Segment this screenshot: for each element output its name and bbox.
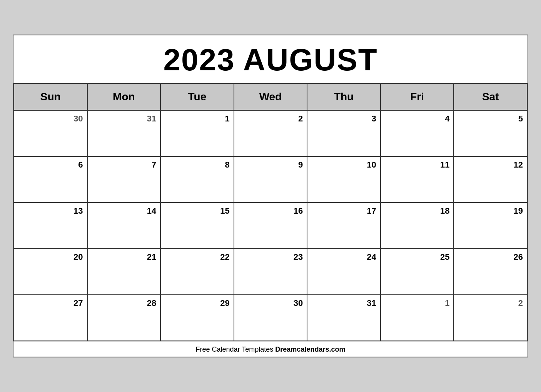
day-cell: 15 [161,203,234,249]
day-cell: 13 [14,203,88,249]
day-number: 19 [514,206,523,216]
day-number: 21 [147,252,156,262]
day-cell: 7 [88,157,161,203]
day-cell: 30 [234,295,308,341]
day-cell: 1 [161,111,234,157]
day-cell: 5 [454,111,528,157]
day-cell: 31 [307,295,381,341]
day-number: 1 [225,114,229,124]
day-cell: 20 [14,249,88,295]
day-number: 2 [298,114,303,124]
day-cell: 24 [307,249,381,295]
day-number: 3 [372,114,376,124]
day-cell: 8 [161,157,234,203]
day-cell: 25 [381,249,454,295]
day-number: 14 [147,206,156,216]
day-number: 24 [367,252,376,262]
day-cell: 23 [234,249,308,295]
day-cell: 11 [381,157,454,203]
day-header-tue: Tue [161,84,234,111]
day-cell: 2 [454,295,528,341]
day-number: 15 [220,206,229,216]
day-cell: 29 [161,295,234,341]
day-number: 2 [518,298,523,308]
day-cell: 2 [234,111,308,157]
day-number: 31 [147,114,156,124]
day-cell: 30 [14,111,88,157]
day-header-wed: Wed [234,84,308,111]
day-number: 1 [445,298,449,308]
day-number: 13 [73,206,83,216]
calendar-container: 2023 AUGUST SunMonTueWedThuFriSat3031123… [13,35,528,357]
day-cell: 10 [307,157,381,203]
day-header-fri: Fri [381,84,454,111]
day-number: 9 [298,160,303,170]
day-number: 22 [220,252,229,262]
day-cell: 27 [14,295,88,341]
day-number: 16 [294,206,303,216]
calendar-title: 2023 AUGUST [13,35,528,84]
day-number: 11 [440,160,449,170]
day-number: 23 [294,252,303,262]
day-header-thu: Thu [307,84,381,111]
day-number: 29 [220,298,229,308]
day-cell: 9 [234,157,308,203]
day-cell: 1 [381,295,454,341]
day-cell: 12 [454,157,528,203]
day-cell: 21 [88,249,161,295]
day-cell: 4 [381,111,454,157]
day-cell: 28 [88,295,161,341]
day-number: 17 [367,206,376,216]
calendar-grid: SunMonTueWedThuFriSat3031123456789101112… [13,84,528,341]
day-number: 5 [518,114,523,124]
day-number: 28 [147,298,156,308]
day-cell: 6 [14,157,88,203]
footer-prefix: Free Calendar Templates [196,345,276,353]
day-cell: 17 [307,203,381,249]
day-header-sun: Sun [14,84,88,111]
day-cell: 18 [381,203,454,249]
day-cell: 16 [234,203,308,249]
day-number: 4 [445,114,449,124]
day-number: 18 [440,206,449,216]
day-number: 7 [152,160,156,170]
day-number: 10 [367,160,376,170]
day-number: 27 [73,298,83,308]
day-number: 12 [514,160,523,170]
day-number: 30 [294,298,303,308]
day-cell: 22 [161,249,234,295]
day-cell: 19 [454,203,528,249]
day-header-sat: Sat [454,84,528,111]
day-number: 8 [225,160,229,170]
day-number: 20 [73,252,83,262]
calendar-footer: Free Calendar Templates Dreamcalendars.c… [13,341,528,357]
day-number: 31 [367,298,376,308]
day-cell: 3 [307,111,381,157]
day-number: 6 [78,160,83,170]
day-number: 26 [514,252,523,262]
day-header-mon: Mon [88,84,161,111]
footer-brand: Dreamcalendars.com [275,345,345,353]
day-number: 25 [440,252,449,262]
day-cell: 26 [454,249,528,295]
day-cell: 14 [88,203,161,249]
day-cell: 31 [88,111,161,157]
day-number: 30 [73,114,83,124]
